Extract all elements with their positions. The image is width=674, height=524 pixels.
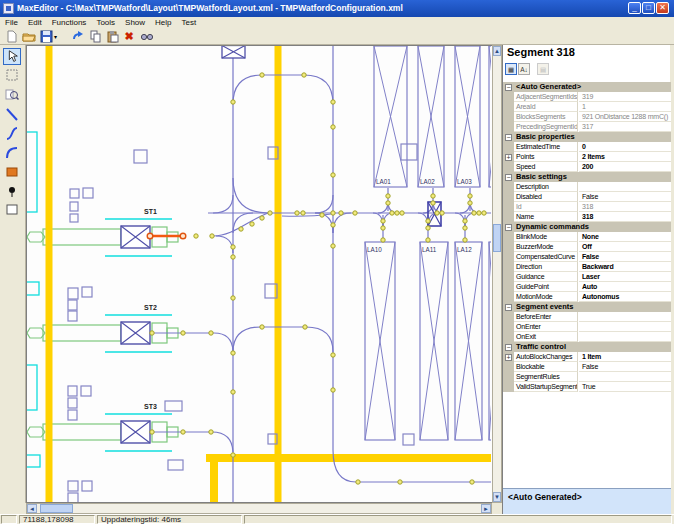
draw-rectangle-tool[interactable] (3, 201, 21, 218)
layout-square[interactable] (68, 288, 78, 299)
expand-icon[interactable]: + (505, 354, 512, 361)
layout-square[interactable] (403, 434, 414, 445)
path-node[interactable] (331, 244, 335, 248)
path-node[interactable] (239, 227, 243, 231)
property-value[interactable] (579, 312, 671, 322)
canvas-vertical-scrollbar[interactable]: ▲ ▼ (492, 45, 502, 503)
property-row[interactable]: BlinkModeNone (503, 232, 671, 242)
segment-path[interactable] (213, 195, 233, 213)
property-value[interactable]: Off (579, 242, 671, 252)
layout-square[interactable] (82, 287, 92, 297)
alphabetical-view-button[interactable]: A↓ (518, 63, 530, 75)
collapse-icon[interactable]: − (505, 304, 512, 311)
path-node[interactable] (386, 194, 390, 198)
property-row[interactable]: +AutoBlockChanges1 Item (503, 352, 671, 362)
property-value[interactable]: Autonomus (579, 292, 671, 302)
draw-curve-tool[interactable] (3, 144, 21, 161)
path-node[interactable] (339, 211, 343, 215)
segment-path[interactable] (315, 195, 333, 213)
path-node[interactable] (431, 201, 435, 205)
maximize-button[interactable]: □ (642, 2, 655, 14)
path-node[interactable] (331, 211, 335, 215)
segment-path[interactable] (233, 178, 268, 213)
collapse-icon[interactable]: − (505, 174, 512, 181)
property-row[interactable]: Speed200 (503, 162, 671, 172)
layout-square[interactable] (68, 398, 77, 408)
draw-point-tool[interactable] (3, 182, 21, 199)
path-node[interactable] (395, 211, 399, 215)
lane-rect[interactable] (489, 46, 491, 187)
draw-area-tool[interactable] (3, 163, 21, 180)
property-row[interactable]: +Points2 Items (503, 152, 671, 162)
property-row[interactable]: AdjacentSegmentIds319 (503, 92, 671, 102)
path-node[interactable] (295, 211, 299, 215)
collapse-icon[interactable]: − (505, 224, 512, 231)
path-node[interactable] (390, 211, 394, 215)
minimize-button[interactable]: _ (628, 2, 641, 14)
copy-icon[interactable] (89, 30, 103, 43)
segment-path[interactable] (216, 236, 233, 253)
path-node[interactable] (381, 219, 385, 223)
paste-icon[interactable] (106, 30, 120, 43)
path-node[interactable] (331, 223, 335, 227)
new-document-icon[interactable] (5, 30, 19, 43)
lane-rect[interactable]: LA03 (455, 46, 480, 187)
property-row[interactable]: SegmentRules (503, 372, 671, 382)
property-row[interactable]: Description (503, 182, 671, 192)
path-node[interactable] (381, 226, 385, 230)
property-row[interactable]: Name318 (503, 212, 671, 222)
property-value[interactable]: False (579, 192, 671, 202)
property-value[interactable]: 318 (579, 202, 671, 212)
property-row[interactable]: BeforeEnter (503, 312, 671, 322)
path-node[interactable] (209, 331, 213, 335)
import-icon[interactable] (72, 30, 86, 43)
property-row[interactable]: Id318 (503, 202, 671, 212)
property-value[interactable]: 200 (579, 162, 671, 172)
path-node[interactable] (426, 238, 430, 242)
property-category-row[interactable]: −Traffic control (503, 342, 671, 352)
path-node[interactable] (231, 245, 235, 249)
path-node[interactable] (231, 296, 235, 300)
property-value[interactable]: 2 Items (579, 152, 671, 162)
property-category-row[interactable]: −Dynamic commands (503, 222, 671, 232)
path-node[interactable] (331, 388, 335, 392)
open-folder-icon[interactable] (22, 30, 36, 43)
layout-square[interactable] (68, 481, 78, 491)
property-value[interactable] (579, 322, 671, 332)
path-node[interactable] (231, 255, 235, 259)
selection-rectangle-tool[interactable] (3, 67, 21, 84)
path-node[interactable] (472, 211, 476, 215)
path-node[interactable] (398, 480, 402, 484)
property-row[interactable]: OnEnter (503, 322, 671, 332)
property-value[interactable] (579, 332, 671, 342)
path-node[interactable] (231, 453, 235, 457)
path-node[interactable] (150, 430, 154, 434)
path-node[interactable] (209, 430, 213, 434)
property-row[interactable]: ValidStartupSegmentTrue (503, 382, 671, 392)
path-node[interactable] (231, 390, 235, 394)
property-row[interactable]: BlockableFalse (503, 362, 671, 372)
path-node[interactable] (302, 73, 306, 77)
lane-rect[interactable]: LA02 (418, 46, 444, 187)
path-node[interactable] (181, 331, 185, 335)
path-node[interactable] (331, 173, 335, 177)
save-icon[interactable] (40, 30, 54, 43)
draw-s-curve-tool[interactable] (3, 125, 21, 142)
path-node[interactable] (400, 211, 404, 215)
property-value[interactable] (579, 182, 671, 192)
property-value[interactable]: Backward (579, 262, 671, 272)
layout-square[interactable] (165, 401, 182, 411)
path-node[interactable] (303, 325, 307, 329)
path-node[interactable] (320, 213, 324, 217)
property-value[interactable]: False (579, 362, 671, 372)
property-value[interactable]: 1 (579, 102, 671, 112)
property-row[interactable]: EstimatedTime0 (503, 142, 671, 152)
expand-icon[interactable]: + (505, 154, 512, 161)
path-node[interactable] (426, 219, 430, 223)
property-category-row[interactable]: −Basic properties (503, 132, 671, 142)
canvas-horizontal-scrollbar[interactable]: ◄ ► (26, 503, 492, 514)
path-node[interactable] (353, 211, 357, 215)
layout-square[interactable] (68, 493, 78, 502)
property-category-row[interactable]: −<Auto Generated> (503, 82, 671, 92)
segment-path[interactable] (333, 213, 351, 233)
